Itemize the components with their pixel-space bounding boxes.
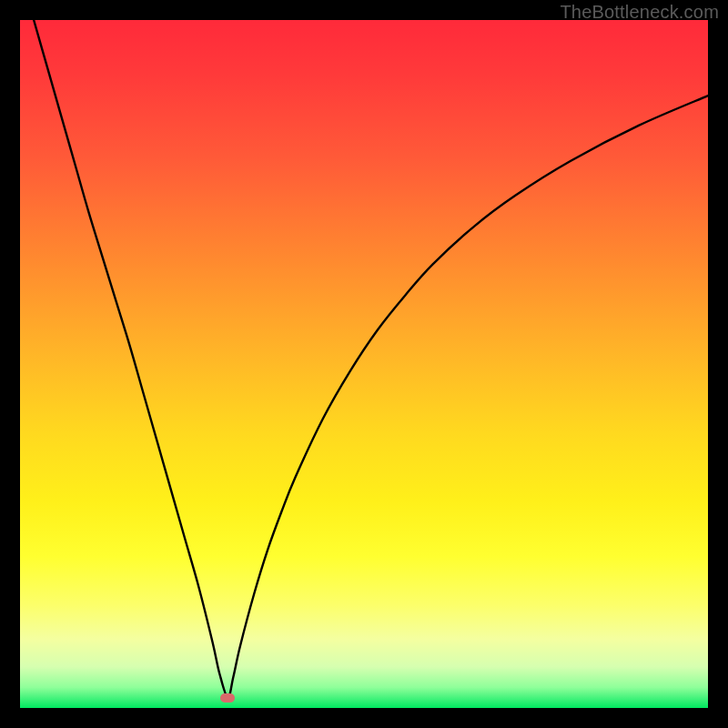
watermark-text: TheBottleneck.com — [560, 2, 719, 23]
minimum-marker — [220, 693, 235, 703]
plot-area — [20, 20, 708, 708]
chart-frame: TheBottleneck.com — [0, 0, 728, 728]
bottleneck-curve — [20, 20, 708, 708]
